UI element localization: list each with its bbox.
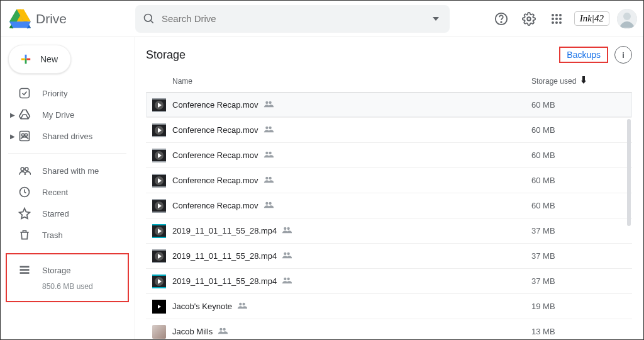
sidebar-item-storage-highlight: Storage 850.6 MB used	[6, 253, 129, 302]
svg-point-33	[265, 101, 268, 104]
table-row[interactable]: Jacob's Keynote19 MB	[146, 294, 632, 319]
svg-point-36	[269, 127, 271, 129]
table-body: Conference Recap.mov60 MBConference Reca…	[146, 93, 632, 339]
brand-name: Drive	[36, 11, 67, 26]
shared-icon	[282, 225, 292, 237]
table-row[interactable]: Conference Recap.mov60 MB	[146, 118, 632, 143]
table-row[interactable]: Conference Recap.mov60 MB	[146, 93, 632, 118]
file-name: Jacob's Keynote	[172, 300, 531, 312]
sidebar-item-label: Shared with me	[42, 166, 99, 176]
svg-point-10	[501, 21, 501, 22]
search-input[interactable]	[157, 13, 428, 24]
svg-line-8	[151, 20, 153, 23]
svg-point-40	[269, 177, 271, 179]
svg-point-46	[287, 252, 290, 255]
table-row[interactable]: Conference Recap.mov60 MB	[146, 168, 632, 193]
svg-rect-30	[20, 266, 30, 268]
backups-link[interactable]: Backups	[567, 50, 601, 60]
shared-icon	[218, 326, 228, 337]
sidebar-item-trash[interactable]: Trash	[1, 224, 134, 246]
shared-icon	[264, 200, 274, 212]
svg-point-47	[284, 278, 286, 280]
svg-point-45	[284, 252, 286, 255]
settings-icon[interactable]	[519, 9, 539, 29]
divider	[8, 153, 126, 154]
file-icon	[146, 98, 172, 112]
titlebar: Storage Backups i	[135, 37, 643, 70]
brand[interactable]: Drive	[9, 8, 135, 30]
svg-point-48	[287, 278, 290, 280]
sidebar-item-storage[interactable]: Storage	[17, 259, 128, 281]
search-dropdown-icon[interactable]	[428, 11, 443, 26]
svg-point-51	[219, 328, 222, 331]
table-row[interactable]: Jacob Mills13 MB	[146, 319, 632, 339]
page-title: Storage	[146, 48, 186, 62]
nav-primary: Priority ▶ My Drive ▶ Shared drives	[1, 80, 134, 149]
storage-used-text: 850.6 MB used	[17, 282, 128, 291]
file-icon	[146, 149, 172, 162]
new-button[interactable]: New	[8, 45, 71, 74]
svg-point-41	[265, 202, 268, 205]
help-icon[interactable]	[491, 9, 511, 29]
file-size: 60 MB	[531, 125, 632, 135]
svg-point-25	[21, 133, 24, 136]
table-row[interactable]: 2019_11_01_11_55_28.mp437 MB	[146, 244, 632, 269]
shared-icon	[264, 149, 274, 161]
file-icon	[146, 325, 172, 339]
file-icon	[146, 224, 172, 238]
plus-icon	[18, 51, 34, 67]
table-row[interactable]: Conference Recap.mov60 MB	[146, 193, 632, 218]
apps-icon[interactable]	[547, 9, 567, 29]
svg-point-19	[555, 21, 558, 24]
file-icon	[146, 199, 172, 213]
file-table: Name Storage used Conference Recap.mov60…	[135, 70, 643, 339]
svg-point-13	[555, 14, 558, 16]
file-size: 60 MB	[531, 100, 632, 110]
table-row[interactable]: Conference Recap.mov60 MB	[146, 143, 632, 168]
file-name: Conference Recap.mov	[172, 99, 531, 111]
col-size[interactable]: Storage used	[531, 76, 632, 86]
sidebar-item-label: Priority	[42, 89, 67, 98]
new-button-label: New	[40, 54, 58, 64]
caret-right-icon[interactable]: ▶	[8, 111, 17, 118]
shared-icon	[264, 99, 274, 111]
backups-highlight: Backups	[559, 47, 608, 63]
svg-point-18	[552, 21, 554, 24]
table-row[interactable]: 2019_11_01_11_55_28.mp437 MB	[146, 218, 632, 244]
priority-icon	[17, 86, 32, 101]
svg-point-50	[243, 303, 245, 305]
sidebar: New Priority ▶ My Drive ▶ Shared drives	[1, 37, 134, 339]
account-badge[interactable]: Ink|42	[574, 11, 609, 26]
file-size: 19 MB	[531, 302, 632, 311]
sidebar-item-mydrive[interactable]: ▶ My Drive	[1, 104, 134, 125]
col-name[interactable]: Name	[172, 77, 531, 86]
table-row[interactable]: 2019_11_01_11_55_28.mp437 MB	[146, 269, 632, 294]
sidebar-item-recent[interactable]: Recent	[1, 181, 134, 203]
avatar[interactable]	[617, 9, 637, 29]
sidebar-item-shared-with-me[interactable]: Shared with me	[1, 160, 134, 181]
main: Storage Backups i Name Storage used Conf…	[134, 37, 643, 339]
file-name: Conference Recap.mov	[172, 149, 531, 161]
svg-rect-24	[20, 132, 30, 141]
search-icon	[142, 11, 157, 26]
search-bar[interactable]	[135, 5, 450, 33]
caret-right-icon[interactable]: ▶	[8, 133, 17, 140]
shared-icon	[282, 275, 292, 287]
svg-point-43	[284, 227, 286, 230]
drive-logo-icon	[9, 8, 31, 30]
table-header: Name Storage used	[146, 70, 632, 93]
svg-point-11	[527, 17, 531, 21]
scrollbar[interactable]	[627, 119, 631, 226]
info-icon[interactable]: i	[614, 46, 632, 64]
svg-point-44	[287, 227, 290, 230]
shared-drives-icon	[17, 128, 32, 144]
file-icon	[146, 123, 172, 137]
sidebar-item-priority[interactable]: Priority	[1, 82, 134, 104]
sidebar-item-label: Recent	[42, 188, 68, 197]
sidebar-item-shared-drives[interactable]: ▶ Shared drives	[1, 125, 134, 147]
sidebar-item-starred[interactable]: Starred	[1, 203, 134, 224]
file-name: Jacob Mills	[172, 326, 531, 337]
svg-point-37	[265, 152, 268, 154]
svg-point-26	[25, 133, 27, 136]
svg-point-7	[145, 14, 152, 21]
